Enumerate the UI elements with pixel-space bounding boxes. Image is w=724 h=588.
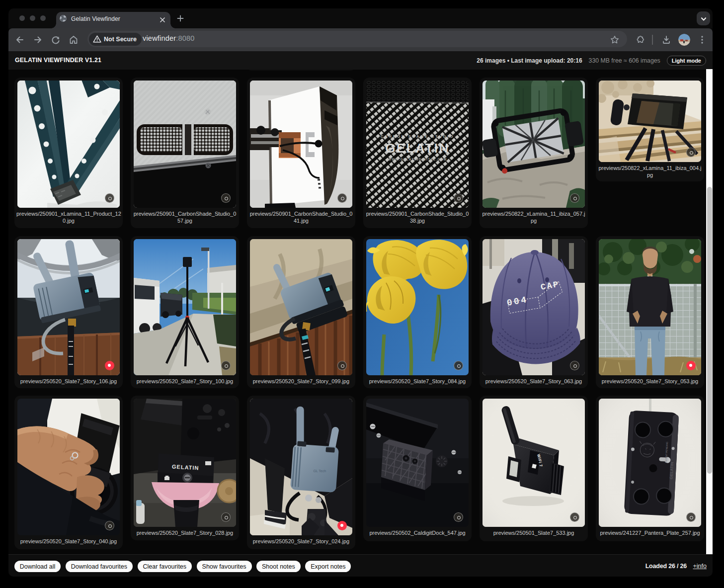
svg-text:CARBON SHADE STUDIO: CARBON SHADE STUDIO xyxy=(381,134,455,139)
svg-text:GELATIN: GELATIN xyxy=(669,462,674,479)
svg-text:WWW.GELATINDIGITAL.COM: WWW.GELATINDIGITAL.COM xyxy=(388,158,447,161)
svg-text:GELATIN: GELATIN xyxy=(385,141,450,156)
svg-text:GL Tech: GL Tech xyxy=(313,469,326,473)
